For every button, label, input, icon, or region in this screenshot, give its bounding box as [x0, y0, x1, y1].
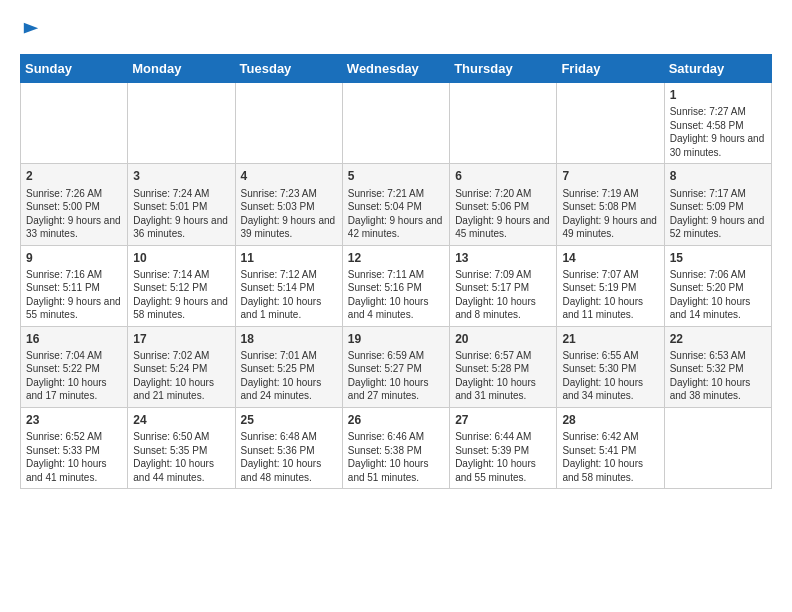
weekday-header-saturday: Saturday	[664, 55, 771, 83]
day-cell: 22Sunrise: 6:53 AM Sunset: 5:32 PM Dayli…	[664, 326, 771, 407]
day-number: 27	[455, 412, 551, 428]
day-cell: 28Sunrise: 6:42 AM Sunset: 5:41 PM Dayli…	[557, 407, 664, 488]
day-info: Sunrise: 7:16 AM Sunset: 5:11 PM Dayligh…	[26, 268, 122, 322]
day-cell: 10Sunrise: 7:14 AM Sunset: 5:12 PM Dayli…	[128, 245, 235, 326]
day-info: Sunrise: 7:01 AM Sunset: 5:25 PM Dayligh…	[241, 349, 337, 403]
week-row-2: 9Sunrise: 7:16 AM Sunset: 5:11 PM Daylig…	[21, 245, 772, 326]
day-cell: 18Sunrise: 7:01 AM Sunset: 5:25 PM Dayli…	[235, 326, 342, 407]
day-info: Sunrise: 7:02 AM Sunset: 5:24 PM Dayligh…	[133, 349, 229, 403]
weekday-header-wednesday: Wednesday	[342, 55, 449, 83]
day-info: Sunrise: 6:42 AM Sunset: 5:41 PM Dayligh…	[562, 430, 658, 484]
day-info: Sunrise: 7:24 AM Sunset: 5:01 PM Dayligh…	[133, 187, 229, 241]
logo-flag-icon	[22, 21, 40, 39]
day-cell: 2Sunrise: 7:26 AM Sunset: 5:00 PM Daylig…	[21, 164, 128, 245]
week-row-0: 1Sunrise: 7:27 AM Sunset: 4:58 PM Daylig…	[21, 83, 772, 164]
day-number: 15	[670, 250, 766, 266]
day-cell: 3Sunrise: 7:24 AM Sunset: 5:01 PM Daylig…	[128, 164, 235, 245]
day-cell: 16Sunrise: 7:04 AM Sunset: 5:22 PM Dayli…	[21, 326, 128, 407]
calendar-table: SundayMondayTuesdayWednesdayThursdayFrid…	[20, 54, 772, 489]
day-number: 16	[26, 331, 122, 347]
day-number: 26	[348, 412, 444, 428]
weekday-header-tuesday: Tuesday	[235, 55, 342, 83]
day-info: Sunrise: 7:09 AM Sunset: 5:17 PM Dayligh…	[455, 268, 551, 322]
day-number: 20	[455, 331, 551, 347]
day-info: Sunrise: 7:26 AM Sunset: 5:00 PM Dayligh…	[26, 187, 122, 241]
day-cell	[557, 83, 664, 164]
day-info: Sunrise: 7:14 AM Sunset: 5:12 PM Dayligh…	[133, 268, 229, 322]
day-cell: 5Sunrise: 7:21 AM Sunset: 5:04 PM Daylig…	[342, 164, 449, 245]
day-info: Sunrise: 6:57 AM Sunset: 5:28 PM Dayligh…	[455, 349, 551, 403]
day-info: Sunrise: 7:07 AM Sunset: 5:19 PM Dayligh…	[562, 268, 658, 322]
day-info: Sunrise: 7:11 AM Sunset: 5:16 PM Dayligh…	[348, 268, 444, 322]
day-cell: 15Sunrise: 7:06 AM Sunset: 5:20 PM Dayli…	[664, 245, 771, 326]
day-number: 7	[562, 168, 658, 184]
day-cell: 17Sunrise: 7:02 AM Sunset: 5:24 PM Dayli…	[128, 326, 235, 407]
logo-text	[20, 20, 40, 44]
day-cell	[235, 83, 342, 164]
logo	[20, 20, 40, 44]
page: SundayMondayTuesdayWednesdayThursdayFrid…	[0, 0, 792, 499]
day-info: Sunrise: 7:06 AM Sunset: 5:20 PM Dayligh…	[670, 268, 766, 322]
day-number: 6	[455, 168, 551, 184]
day-info: Sunrise: 7:20 AM Sunset: 5:06 PM Dayligh…	[455, 187, 551, 241]
day-cell: 12Sunrise: 7:11 AM Sunset: 5:16 PM Dayli…	[342, 245, 449, 326]
day-cell: 14Sunrise: 7:07 AM Sunset: 5:19 PM Dayli…	[557, 245, 664, 326]
day-cell	[664, 407, 771, 488]
day-number: 11	[241, 250, 337, 266]
day-info: Sunrise: 7:04 AM Sunset: 5:22 PM Dayligh…	[26, 349, 122, 403]
day-cell	[342, 83, 449, 164]
day-number: 21	[562, 331, 658, 347]
day-info: Sunrise: 7:12 AM Sunset: 5:14 PM Dayligh…	[241, 268, 337, 322]
day-number: 8	[670, 168, 766, 184]
day-cell: 4Sunrise: 7:23 AM Sunset: 5:03 PM Daylig…	[235, 164, 342, 245]
day-info: Sunrise: 6:44 AM Sunset: 5:39 PM Dayligh…	[455, 430, 551, 484]
day-info: Sunrise: 7:17 AM Sunset: 5:09 PM Dayligh…	[670, 187, 766, 241]
day-number: 5	[348, 168, 444, 184]
day-number: 18	[241, 331, 337, 347]
weekday-header-thursday: Thursday	[450, 55, 557, 83]
day-info: Sunrise: 6:48 AM Sunset: 5:36 PM Dayligh…	[241, 430, 337, 484]
weekday-header-friday: Friday	[557, 55, 664, 83]
day-number: 23	[26, 412, 122, 428]
day-cell: 23Sunrise: 6:52 AM Sunset: 5:33 PM Dayli…	[21, 407, 128, 488]
week-row-4: 23Sunrise: 6:52 AM Sunset: 5:33 PM Dayli…	[21, 407, 772, 488]
day-cell: 1Sunrise: 7:27 AM Sunset: 4:58 PM Daylig…	[664, 83, 771, 164]
day-info: Sunrise: 7:23 AM Sunset: 5:03 PM Dayligh…	[241, 187, 337, 241]
day-number: 4	[241, 168, 337, 184]
day-number: 25	[241, 412, 337, 428]
day-number: 14	[562, 250, 658, 266]
day-cell: 26Sunrise: 6:46 AM Sunset: 5:38 PM Dayli…	[342, 407, 449, 488]
day-cell: 7Sunrise: 7:19 AM Sunset: 5:08 PM Daylig…	[557, 164, 664, 245]
day-number: 10	[133, 250, 229, 266]
day-number: 28	[562, 412, 658, 428]
day-cell: 8Sunrise: 7:17 AM Sunset: 5:09 PM Daylig…	[664, 164, 771, 245]
day-info: Sunrise: 6:55 AM Sunset: 5:30 PM Dayligh…	[562, 349, 658, 403]
day-number: 13	[455, 250, 551, 266]
day-info: Sunrise: 6:50 AM Sunset: 5:35 PM Dayligh…	[133, 430, 229, 484]
day-info: Sunrise: 7:19 AM Sunset: 5:08 PM Dayligh…	[562, 187, 658, 241]
weekday-header-row: SundayMondayTuesdayWednesdayThursdayFrid…	[21, 55, 772, 83]
day-cell	[450, 83, 557, 164]
day-cell: 13Sunrise: 7:09 AM Sunset: 5:17 PM Dayli…	[450, 245, 557, 326]
day-number: 3	[133, 168, 229, 184]
svg-marker-0	[24, 23, 38, 34]
day-cell: 9Sunrise: 7:16 AM Sunset: 5:11 PM Daylig…	[21, 245, 128, 326]
weekday-header-monday: Monday	[128, 55, 235, 83]
day-cell: 6Sunrise: 7:20 AM Sunset: 5:06 PM Daylig…	[450, 164, 557, 245]
day-info: Sunrise: 6:59 AM Sunset: 5:27 PM Dayligh…	[348, 349, 444, 403]
day-cell: 19Sunrise: 6:59 AM Sunset: 5:27 PM Dayli…	[342, 326, 449, 407]
day-number: 9	[26, 250, 122, 266]
day-number: 17	[133, 331, 229, 347]
week-row-1: 2Sunrise: 7:26 AM Sunset: 5:00 PM Daylig…	[21, 164, 772, 245]
day-cell: 11Sunrise: 7:12 AM Sunset: 5:14 PM Dayli…	[235, 245, 342, 326]
day-number: 24	[133, 412, 229, 428]
day-number: 12	[348, 250, 444, 266]
day-cell	[21, 83, 128, 164]
day-cell: 20Sunrise: 6:57 AM Sunset: 5:28 PM Dayli…	[450, 326, 557, 407]
day-cell: 25Sunrise: 6:48 AM Sunset: 5:36 PM Dayli…	[235, 407, 342, 488]
day-number: 1	[670, 87, 766, 103]
day-info: Sunrise: 6:46 AM Sunset: 5:38 PM Dayligh…	[348, 430, 444, 484]
header	[20, 20, 772, 44]
day-info: Sunrise: 7:21 AM Sunset: 5:04 PM Dayligh…	[348, 187, 444, 241]
weekday-header-sunday: Sunday	[21, 55, 128, 83]
